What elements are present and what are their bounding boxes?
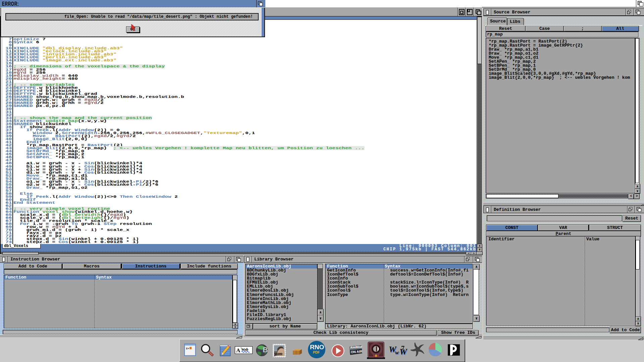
svg-text:yam: yam: [274, 351, 282, 356]
svg-text:RNO: RNO: [310, 344, 324, 351]
svg-text:1>: 1>: [186, 347, 189, 350]
svg-text:B: B: [263, 346, 268, 354]
svg-text:w: w: [395, 349, 399, 355]
svg-text:W: W: [399, 347, 408, 355]
svg-text:ON AIR: ON AIR: [351, 350, 362, 354]
svg-text:PDF: PDF: [313, 351, 320, 354]
svg-text:A: A: [236, 347, 240, 354]
